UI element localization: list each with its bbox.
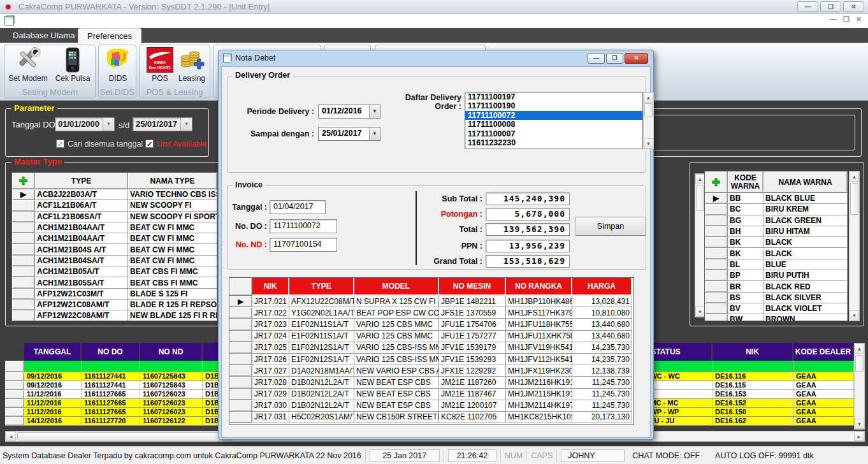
row-selector[interactable] [705, 293, 728, 303]
table-row[interactable]: JR17.027 D1A02N18M1AA/T NEW VARIO ESP CB… [229, 365, 633, 377]
table-row[interactable]: ▶ JR17.021 AFX12U22C08M/T N SUPRA X 125 … [229, 296, 633, 307]
row-selector[interactable] [12, 256, 35, 266]
row-selector[interactable] [5, 390, 24, 399]
table-row[interactable]: ACF1L21B06SA/T NEW SCOOPY FI SPORTY [12, 212, 217, 222]
close-button[interactable]: ✕ [843, 1, 864, 12]
unit-available-checkbox[interactable]: ✓ [145, 140, 154, 148]
table-row[interactable]: ACH1M21B04AA/T BEAT CW FI MMC [12, 233, 217, 244]
column-header-nama-type[interactable]: NAMA TYPE [128, 173, 217, 189]
table-row[interactable]: BK BLACK [705, 237, 848, 248]
simpan-button[interactable]: Simpan [575, 217, 646, 236]
row-selector[interactable]: ▶ [705, 193, 728, 204]
scroll-left-icon[interactable]: ◄ [6, 431, 16, 441]
row-selector[interactable] [229, 377, 252, 388]
row-selector[interactable] [12, 289, 35, 300]
delivery-order-listbox[interactable]: 1171110019711711100190117111000721171110… [465, 92, 643, 149]
table-row[interactable]: JR17.025 E1F02N12S1A/T VARIO 125 CBS-ISS… [229, 342, 633, 354]
column-header-kode-warna[interactable]: KODE WARNA [728, 171, 763, 193]
row-selector[interactable] [5, 399, 24, 408]
date-from-combo[interactable]: 01/01/2000 ▼ [55, 117, 115, 131]
table-row[interactable]: AFP12W22C08AM/T NEW BLADE 125 FI R REPSO… [12, 310, 217, 321]
column-header-nama-warna[interactable]: NAMA WARNA [763, 171, 848, 193]
row-selector[interactable] [12, 277, 35, 288]
table-row[interactable]: AFP12W21C03M/T BLADE S 125 FI [12, 289, 217, 300]
column-header-harga[interactable]: HARGA [572, 278, 632, 296]
row-selector[interactable] [5, 372, 24, 381]
row-selector[interactable] [12, 222, 35, 233]
row-selector[interactable] [229, 389, 252, 400]
no-nd-input[interactable]: 11707100154 [270, 238, 337, 252]
dialog-minimize-button[interactable]: — [588, 53, 605, 64]
row-selector[interactable] [705, 215, 728, 226]
row-selector[interactable] [229, 354, 252, 365]
table-row[interactable]: JR17.026 E1F02N12S1A/T VARIO 125 CBS-ISS… [229, 354, 633, 365]
table-row[interactable]: ▶ BB BLACK BLUE [705, 193, 848, 204]
chevron-down-icon[interactable]: ▼ [180, 118, 192, 131]
dids-button[interactable]: DIDS [97, 47, 139, 87]
bottom-table-vscrollbar[interactable]: ▲ ▼ [854, 343, 865, 430]
table-row[interactable]: BW BROWN [705, 314, 848, 321]
tanggal-input[interactable]: 01/04/2017 [270, 200, 326, 214]
row-selector[interactable] [12, 233, 35, 244]
column-header-type[interactable]: TYPE [289, 278, 354, 296]
scroll-right-icon[interactable]: ► [854, 431, 864, 441]
row-selector[interactable] [12, 266, 35, 277]
scroll-up-icon[interactable]: ▲ [855, 344, 864, 354]
row-selector[interactable] [705, 281, 728, 292]
table-row[interactable]: ACH1M21B05A/T BEAT CBS FI MMC [12, 266, 217, 277]
row-selector[interactable] [705, 248, 728, 259]
table-row[interactable]: JR17.030 D1B02N12L2A/T NEW BEAT ESP CBS … [229, 400, 633, 412]
set-modem-button[interactable]: Set Modem [7, 47, 49, 87]
scroll-down-icon[interactable]: ▼ [855, 419, 864, 429]
column-header-no-nd[interactable]: NO ND [140, 343, 203, 361]
column-header-tanggal[interactable]: TANGGAL [24, 343, 82, 361]
row-selector[interactable] [12, 212, 35, 222]
row-selector[interactable] [705, 303, 728, 314]
table-row[interactable]: ACF1L21B06A/T NEW SCOOPY FI [12, 200, 217, 211]
row-selector[interactable]: ▶ [229, 296, 252, 307]
chevron-down-icon[interactable]: ▼ [369, 127, 380, 140]
row-selector[interactable] [229, 342, 252, 354]
tab-preferences[interactable]: Preferences [78, 28, 141, 43]
mdi-close-button[interactable]: ✕ [856, 15, 862, 24]
cek-pulsa-button[interactable]: Cek Pulsa [52, 47, 94, 87]
row-selector[interactable] [12, 244, 35, 255]
scroll-up-icon[interactable]: ▲ [644, 92, 653, 103]
table-row[interactable]: BV BLACK VIOLET [705, 303, 848, 314]
table-row[interactable]: BS BLACK SILVER [705, 293, 848, 303]
row-selector[interactable] [5, 381, 24, 390]
row-selector[interactable] [705, 237, 728, 248]
mdi-child-icon[interactable] [4, 16, 14, 25]
scroll-thumb[interactable] [855, 355, 864, 372]
row-selector[interactable]: ▶ [12, 189, 35, 200]
table-row[interactable]: ACH1M21B05SA/T BEAT CBS FI MMC [12, 277, 217, 288]
row-selector[interactable] [5, 361, 24, 372]
table-row[interactable]: BC BIRU KREM [705, 204, 848, 215]
table-row[interactable]: BP BIRU PUTIH [705, 270, 848, 281]
mdi-restore-button[interactable]: ❐ [843, 15, 850, 24]
tab-database-utama[interactable]: Database Utama [4, 28, 84, 43]
periode-delivery-combo[interactable]: 01/12/2016 ▼ [318, 105, 380, 119]
table-row[interactable]: ACH1M21B04AA/T BEAT CW FI MMC [12, 222, 217, 233]
table-row[interactable]: BG BLACK GREEN [705, 215, 848, 226]
row-selector[interactable] [229, 400, 252, 412]
table-row[interactable]: BL BLUE [705, 259, 848, 270]
list-item[interactable]: 11711100008 [465, 120, 642, 129]
row-selector[interactable] [705, 314, 728, 321]
row-selector[interactable] [705, 270, 728, 281]
dialog-restore-button[interactable]: ❐ [606, 53, 623, 64]
chevron-down-icon[interactable]: ▼ [369, 105, 380, 118]
table-row[interactable]: AFP12W21C08AM/T BLADE R 125 FI REPSOL [12, 300, 217, 310]
column-header-no-rangka[interactable]: NO RANGKA [506, 278, 572, 296]
column-header-kode-dealer[interactable]: KODE DEALER [793, 343, 854, 361]
table-row[interactable]: JR17.028 D1B02N12L2A/T NEW BEAT ESP CBS … [229, 377, 633, 388]
scroll-thumb[interactable] [644, 103, 653, 117]
table-row[interactable]: ACH1M21B04S A/T BEAT CW FI MMC [12, 244, 217, 255]
table-row[interactable]: ACH1M21B04SA/T BEAT CW FI MMC [12, 256, 217, 266]
listbox-vscrollbar[interactable]: ▲ ▼ [643, 92, 654, 149]
row-selector[interactable] [229, 365, 252, 377]
scroll-thumb[interactable] [850, 183, 858, 215]
table-row[interactable]: ▶ ACB2J22B03A/T VARIO TECHNO CBS ISS [12, 189, 217, 200]
mdi-minimize-button[interactable]: — [830, 15, 837, 24]
row-selector[interactable] [12, 300, 35, 310]
